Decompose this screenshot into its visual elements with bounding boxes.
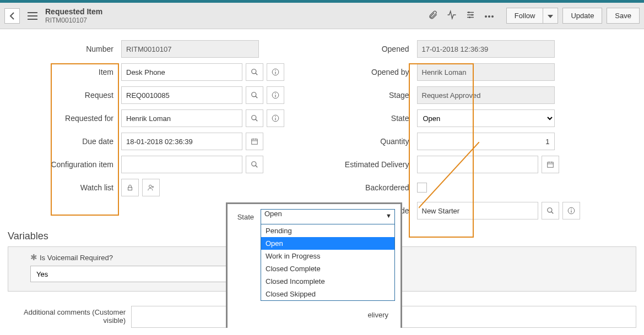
qty-field[interactable] bbox=[417, 133, 555, 150]
reqfor-field[interactable] bbox=[121, 109, 242, 127]
due-label: Due date bbox=[6, 137, 121, 146]
popup-eta-label: elivery bbox=[233, 311, 395, 319]
due-calendar-button[interactable] bbox=[246, 133, 263, 150]
backorder-label: Backordered bbox=[329, 183, 417, 192]
request-info-button[interactable] bbox=[267, 86, 284, 104]
opened-label: Opened bbox=[329, 45, 417, 53]
number-label: Number bbox=[6, 45, 121, 53]
svg-rect-16 bbox=[252, 139, 258, 144]
right-column: Opened Opened by Stage State Open bbox=[329, 40, 639, 225]
state-label: State bbox=[329, 114, 417, 123]
title-block: Requested Item RITM0010107 bbox=[45, 7, 102, 24]
state-dropdown-list: PendingOpenWork in ProgressClosed Comple… bbox=[261, 224, 395, 301]
menu-icon[interactable] bbox=[25, 10, 40, 22]
request-lookup-button[interactable] bbox=[246, 86, 263, 104]
svg-point-12 bbox=[275, 93, 276, 94]
item-lookup-button[interactable] bbox=[246, 63, 263, 81]
activity-icon[interactable] bbox=[447, 10, 457, 21]
openedby-field bbox=[417, 63, 555, 81]
guide-field[interactable] bbox=[417, 202, 538, 219]
record-number: RITM0010107 bbox=[45, 17, 102, 24]
update-button[interactable]: Update bbox=[562, 8, 602, 24]
svg-point-4 bbox=[488, 15, 490, 18]
voicemail-label-text: Is Voicemail Required? bbox=[40, 254, 113, 262]
left-column: Number Item Request Requested for bbox=[6, 40, 316, 225]
svg-point-7 bbox=[252, 69, 256, 74]
svg-point-10 bbox=[252, 92, 256, 97]
more-icon[interactable] bbox=[484, 12, 494, 20]
svg-point-21 bbox=[547, 208, 551, 212]
eta-calendar-button[interactable] bbox=[542, 156, 559, 173]
reqfor-label: Requested for bbox=[6, 114, 121, 123]
required-icon: ✱ bbox=[30, 252, 37, 262]
svg-point-23 bbox=[571, 208, 572, 210]
watch-lock-button[interactable] bbox=[121, 179, 139, 196]
item-field[interactable] bbox=[121, 63, 242, 81]
attachment-icon[interactable] bbox=[428, 10, 438, 21]
eta-label: Estimated Delivery bbox=[329, 160, 417, 169]
due-field[interactable] bbox=[121, 133, 242, 150]
svg-point-2 bbox=[469, 17, 470, 18]
svg-point-13 bbox=[252, 116, 256, 120]
number-field bbox=[121, 40, 259, 58]
qty-label: Quantity bbox=[329, 137, 417, 146]
reqfor-lookup-button[interactable] bbox=[246, 109, 263, 127]
state-select[interactable]: Open bbox=[417, 109, 555, 127]
ci-field[interactable] bbox=[121, 156, 242, 173]
back-button[interactable] bbox=[4, 8, 20, 24]
backorder-checkbox[interactable] bbox=[417, 183, 427, 193]
stage-field bbox=[417, 86, 555, 104]
svg-point-17 bbox=[252, 162, 256, 166]
follow-group: Follow bbox=[506, 8, 559, 24]
item-label: Item bbox=[6, 68, 121, 76]
popup-state-select[interactable]: Open bbox=[261, 209, 395, 224]
state-option[interactable]: Closed Skipped bbox=[261, 288, 394, 300]
eta-field[interactable] bbox=[417, 156, 538, 173]
opened-field bbox=[417, 40, 555, 58]
svg-point-9 bbox=[275, 70, 276, 71]
request-label: Request bbox=[6, 91, 121, 100]
item-info-button[interactable] bbox=[267, 63, 284, 81]
watch-add-me-button[interactable] bbox=[142, 179, 160, 196]
stage-label: Stage bbox=[329, 91, 417, 100]
header-bar: Requested Item RITM0010107 Follow Update… bbox=[0, 3, 644, 29]
state-popup: State Open ▼ PendingOpenWork in Progress… bbox=[226, 202, 402, 328]
svg-point-15 bbox=[275, 116, 276, 117]
svg-point-19 bbox=[149, 185, 152, 188]
state-option[interactable]: Work in Progress bbox=[261, 250, 394, 262]
reqfor-info-button[interactable] bbox=[267, 109, 284, 127]
request-field[interactable] bbox=[121, 86, 242, 104]
state-option[interactable]: Closed Complete bbox=[261, 262, 394, 275]
svg-point-0 bbox=[468, 12, 469, 13]
page-title: Requested Item bbox=[45, 7, 102, 17]
state-option[interactable]: Open bbox=[261, 237, 394, 250]
follow-button[interactable]: Follow bbox=[506, 8, 543, 24]
state-option[interactable]: Closed Incomplete bbox=[261, 275, 394, 288]
ci-lookup-button[interactable] bbox=[246, 156, 263, 173]
settings-icon[interactable] bbox=[466, 10, 475, 21]
follow-caret[interactable] bbox=[543, 8, 558, 24]
svg-point-1 bbox=[471, 14, 473, 16]
ci-label: Configuration item bbox=[6, 160, 121, 169]
guide-info-button[interactable] bbox=[562, 202, 580, 219]
watch-label: Watch list bbox=[6, 183, 121, 192]
header-icons bbox=[428, 10, 494, 21]
svg-point-5 bbox=[491, 15, 494, 18]
svg-rect-20 bbox=[547, 162, 553, 167]
comments-label: Additional comments (Customer visible) bbox=[8, 306, 126, 328]
svg-rect-18 bbox=[128, 187, 132, 190]
svg-point-3 bbox=[485, 15, 487, 18]
guide-lookup-button[interactable] bbox=[542, 202, 559, 219]
openedby-label: Opened by bbox=[329, 68, 417, 76]
popup-state-label: State bbox=[233, 213, 261, 221]
save-button[interactable]: Save bbox=[607, 8, 640, 24]
state-option[interactable]: Pending bbox=[261, 224, 394, 237]
popup-state-value: Open bbox=[264, 210, 282, 218]
